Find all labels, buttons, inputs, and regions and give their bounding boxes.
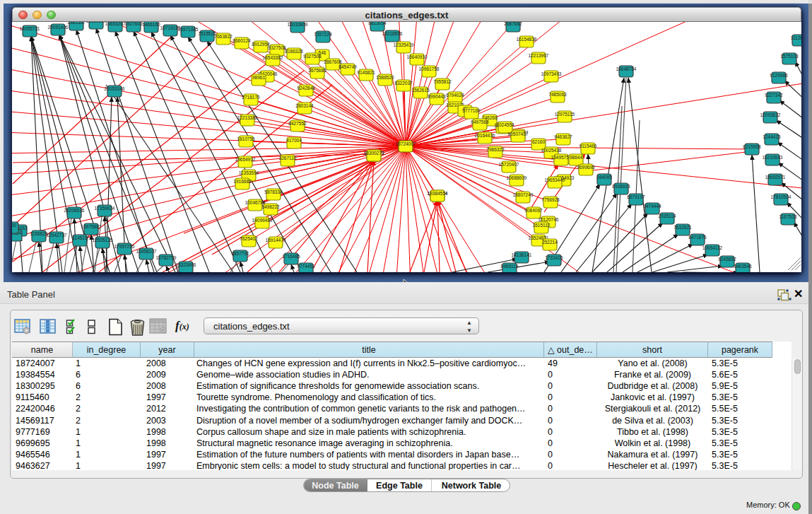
svg-text:7632621: 7632621 bbox=[673, 225, 692, 230]
svg-text:164095: 164095 bbox=[596, 175, 612, 180]
svg-text:1716485: 1716485 bbox=[282, 254, 300, 259]
svg-text:16210643: 16210643 bbox=[763, 155, 783, 160]
svg-text:7515526: 7515526 bbox=[198, 31, 216, 36]
svg-text:1562615: 1562615 bbox=[411, 88, 430, 93]
svg-text:14136141: 14136141 bbox=[512, 252, 532, 257]
svg-text:8912954: 8912954 bbox=[252, 42, 270, 47]
svg-text:2718170: 2718170 bbox=[242, 95, 260, 100]
svg-text:14099489: 14099489 bbox=[252, 218, 273, 223]
svg-text:9463627: 9463627 bbox=[554, 134, 572, 139]
svg-text:2867608: 2867608 bbox=[324, 59, 342, 64]
svg-text:10973493: 10973493 bbox=[541, 71, 562, 76]
svg-text:114519: 114519 bbox=[72, 235, 88, 240]
svg-text:12505135: 12505135 bbox=[93, 238, 113, 243]
svg-text:9242848: 9242848 bbox=[297, 86, 315, 90]
svg-text:11353594: 11353594 bbox=[239, 170, 259, 175]
svg-text:8938923: 8938923 bbox=[612, 184, 630, 189]
svg-text:18724007: 18724007 bbox=[396, 141, 416, 146]
svg-text:12325419: 12325419 bbox=[394, 42, 414, 47]
svg-text:1167533: 1167533 bbox=[779, 214, 797, 219]
svg-text:12093822: 12093822 bbox=[760, 112, 781, 117]
svg-text:14055721: 14055721 bbox=[20, 26, 40, 31]
svg-text:9084067: 9084067 bbox=[524, 208, 543, 213]
svg-text:1916682: 1916682 bbox=[233, 179, 252, 184]
svg-text:9327508: 9327508 bbox=[268, 45, 286, 50]
svg-text:9777169: 9777169 bbox=[462, 108, 481, 113]
svg-text:10653267: 10653267 bbox=[105, 22, 126, 26]
svg-text:9699695: 9699695 bbox=[577, 165, 595, 170]
svg-text:16033809: 16033809 bbox=[288, 22, 308, 27]
svg-text:9245652: 9245652 bbox=[718, 257, 736, 262]
svg-text:16648784: 16648784 bbox=[616, 66, 637, 71]
svg-text:19653449: 19653449 bbox=[545, 177, 565, 182]
svg-text:10688609: 10688609 bbox=[507, 175, 527, 180]
svg-text:10507457: 10507457 bbox=[508, 132, 529, 136]
svg-text:20091406: 20091406 bbox=[48, 25, 69, 30]
svg-text:1733426: 1733426 bbox=[545, 255, 563, 260]
svg-text:7625402: 7625402 bbox=[240, 236, 258, 241]
svg-text:19218506: 19218506 bbox=[382, 31, 403, 36]
svg-text:16543382: 16543382 bbox=[263, 55, 283, 60]
svg-text:18300273: 18300273 bbox=[364, 151, 384, 156]
svg-text:16154838: 16154838 bbox=[517, 37, 537, 42]
svg-text:1588520: 1588520 bbox=[376, 75, 394, 80]
svg-text:252214: 252214 bbox=[542, 240, 558, 245]
svg-text:8454749: 8454749 bbox=[339, 64, 357, 69]
svg-text:16782759: 16782759 bbox=[156, 255, 177, 260]
svg-text:9857791: 9857791 bbox=[231, 251, 249, 256]
svg-text:8427552: 8427552 bbox=[288, 121, 307, 126]
svg-text:8660124: 8660124 bbox=[233, 38, 251, 43]
svg-text:1575103: 1575103 bbox=[780, 54, 799, 59]
svg-text:12942737: 12942737 bbox=[47, 233, 67, 238]
svg-text:3675685: 3675685 bbox=[308, 68, 326, 73]
svg-text:12213967: 12213967 bbox=[529, 53, 549, 58]
svg-text:9463546: 9463546 bbox=[734, 264, 752, 269]
svg-text:13323466: 13323466 bbox=[176, 262, 196, 267]
svg-text:10025438: 10025438 bbox=[541, 148, 562, 153]
svg-text:1112843: 1112843 bbox=[791, 35, 801, 40]
svg-text:9115460: 9115460 bbox=[579, 144, 597, 148]
svg-text:17957255: 17957255 bbox=[114, 244, 135, 249]
svg-text:16971385: 16971385 bbox=[178, 27, 199, 32]
svg-text:8471676: 8471676 bbox=[688, 235, 707, 240]
svg-text:9327508: 9327508 bbox=[303, 54, 322, 59]
svg-text:15161517: 15161517 bbox=[86, 22, 107, 23]
svg-text:9227342: 9227342 bbox=[765, 93, 783, 98]
svg-text:1244415: 1244415 bbox=[763, 134, 781, 139]
svg-text:1156829: 1156829 bbox=[30, 231, 48, 236]
svg-text:20053346: 20053346 bbox=[105, 86, 125, 91]
svg-text:8990443: 8990443 bbox=[428, 94, 446, 99]
svg-text:7756928: 7756928 bbox=[541, 197, 560, 202]
svg-text:1527602: 1527602 bbox=[124, 22, 143, 26]
svg-text:3267110: 3267110 bbox=[279, 156, 297, 160]
svg-text:6466160: 6466160 bbox=[142, 22, 160, 27]
svg-text:417004: 417004 bbox=[286, 138, 302, 143]
svg-text:20164436: 20164436 bbox=[475, 133, 495, 138]
svg-text:7955812: 7955812 bbox=[433, 79, 452, 84]
svg-text:15692971: 15692971 bbox=[765, 175, 786, 180]
svg-text:10961758: 10961758 bbox=[419, 66, 440, 71]
svg-text:2935114: 2935114 bbox=[659, 214, 676, 218]
svg-text:6679197: 6679197 bbox=[627, 194, 645, 199]
svg-text:10958107: 10958107 bbox=[136, 249, 157, 254]
svg-text:7485063: 7485063 bbox=[548, 92, 567, 97]
svg-text:98961: 98961 bbox=[252, 75, 265, 80]
svg-text:20206536: 20206536 bbox=[64, 208, 85, 213]
svg-text:16914479: 16914479 bbox=[266, 238, 286, 243]
svg-text:6497568: 6497568 bbox=[471, 119, 489, 124]
svg-text:12213382: 12213382 bbox=[237, 115, 258, 120]
svg-text:5498222: 5498222 bbox=[261, 204, 280, 209]
svg-text:10654112: 10654112 bbox=[702, 245, 723, 250]
svg-text:2803144: 2803144 bbox=[295, 103, 314, 108]
svg-text:1810755: 1810755 bbox=[237, 136, 255, 141]
svg-text:12975115: 12975115 bbox=[555, 112, 575, 117]
svg-text:15720407: 15720407 bbox=[499, 162, 519, 167]
svg-text:5981567: 5981567 bbox=[67, 22, 86, 25]
svg-text:16640910: 16640910 bbox=[407, 54, 428, 59]
svg-text:9146821: 9146821 bbox=[357, 70, 375, 75]
svg-text:18807249: 18807249 bbox=[513, 192, 534, 197]
svg-text:7663822: 7663822 bbox=[214, 34, 233, 39]
svg-text:8813054: 8813054 bbox=[368, 22, 387, 25]
svg-text:8322037: 8322037 bbox=[394, 81, 413, 86]
svg-text:9474444: 9474444 bbox=[643, 204, 661, 209]
